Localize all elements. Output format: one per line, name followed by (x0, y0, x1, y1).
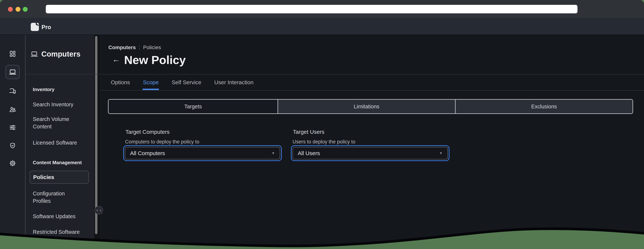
window-titlebar (0, 0, 644, 18)
computers-icon[interactable] (6, 65, 20, 79)
sidebar-item-policies[interactable]: Policies (30, 171, 89, 184)
target-computers-value: All Computers (130, 150, 165, 156)
page-title: New Policy (124, 53, 186, 67)
section-label-inventory: Inventory (33, 87, 54, 92)
target-computers-dropdown-inner: All Computers ▼ (125, 147, 280, 159)
breadcrumb-current[interactable]: Policies (143, 45, 161, 51)
gear-icon[interactable] (6, 156, 20, 170)
tab-self-service[interactable]: Self Service (172, 75, 201, 90)
sidebar-scrollbar[interactable] (95, 36, 98, 234)
tab-scope-label: Scope (143, 79, 158, 86)
users-icon[interactable] (6, 102, 20, 117)
segment-targets[interactable]: Targets (108, 100, 278, 113)
back-button[interactable]: ← (112, 55, 120, 64)
devices-icon[interactable] (6, 84, 20, 98)
url-bar[interactable] (46, 5, 578, 13)
dashboard-icon[interactable] (6, 47, 20, 61)
tabs-divider (100, 90, 644, 91)
sidebar-item-search-volume-content[interactable]: Search Volume Content (33, 115, 82, 130)
tab-user-interaction[interactable]: User Interaction (214, 75, 254, 90)
close-window-button[interactable] (8, 7, 13, 12)
tab-self-service-label: Self Service (172, 79, 201, 86)
sidebar-item-policies-label: Policies (33, 174, 54, 180)
app-header: Pro (0, 18, 644, 35)
laptop-icon (30, 51, 38, 57)
target-computers-dropdown[interactable]: All Computers ▼ (123, 145, 282, 161)
target-computers-label: Target Computers (126, 129, 170, 135)
tab-bar: Options Scope Self Service User Interact… (111, 75, 254, 90)
app-body: Computers Inventory Search Inventory Sea… (0, 35, 644, 249)
chevron-down-icon: ▼ (439, 151, 442, 155)
breadcrumb-parent[interactable]: Computers (108, 45, 136, 51)
shield-check-icon[interactable] (6, 139, 20, 153)
product-label: Pro (42, 24, 51, 31)
tab-scope[interactable]: Scope (143, 75, 158, 90)
scope-segmented-control: Targets Limitations Exclusions (108, 99, 633, 114)
sidebar-item-licensed-software[interactable]: Licensed Software (33, 139, 77, 146)
sliders-icon[interactable] (6, 120, 20, 135)
sidebar-header: Computers (30, 50, 80, 58)
segment-exclusions[interactable]: Exclusions (455, 100, 632, 113)
segment-limitations[interactable]: Limitations (278, 100, 455, 113)
breadcrumb-separator: : (139, 45, 140, 51)
tab-user-interaction-label: User Interaction (214, 79, 254, 86)
target-users-value: All Users (298, 150, 320, 156)
sidebar-item-restricted-software[interactable]: Restricted Software (33, 228, 80, 236)
zoom-window-button[interactable] (23, 7, 28, 12)
tab-active-underline (142, 89, 159, 90)
nav-rail (0, 35, 25, 249)
sidebar-item-software-updates[interactable]: Software Updates (33, 213, 76, 220)
main-content: Computers : Policies ← New Policy Option… (100, 35, 644, 249)
chevron-down-icon: ▼ (272, 151, 275, 155)
jamf-logo (31, 23, 39, 31)
target-users-dropdown[interactable]: All Users ▼ (291, 145, 450, 161)
header-divider (26, 74, 644, 74)
sidebar: Computers Inventory Search Inventory Sea… (26, 35, 94, 249)
target-computers-help: Computers to deploy the policy to (125, 139, 199, 145)
section-label-content-management: Content Management (33, 160, 82, 165)
tab-options[interactable]: Options (111, 75, 130, 90)
target-users-dropdown-inner: All Users ▼ (292, 147, 448, 159)
tab-options-label: Options (111, 79, 130, 86)
target-users-help: Users to deploy the policy to (292, 139, 355, 145)
browser-window: Pro (0, 0, 644, 249)
sidebar-title: Computers (41, 50, 80, 58)
sidebar-item-search-inventory[interactable]: Search Inventory (33, 101, 73, 108)
sidebar-item-configuration-profiles[interactable]: Configuration Profiles (33, 190, 82, 205)
minimize-window-button[interactable] (16, 7, 20, 12)
sidebar-collapse-handle[interactable]: ‹ › (94, 206, 103, 214)
target-users-label: Target Users (293, 129, 324, 135)
breadcrumb: Computers : Policies (108, 45, 161, 51)
